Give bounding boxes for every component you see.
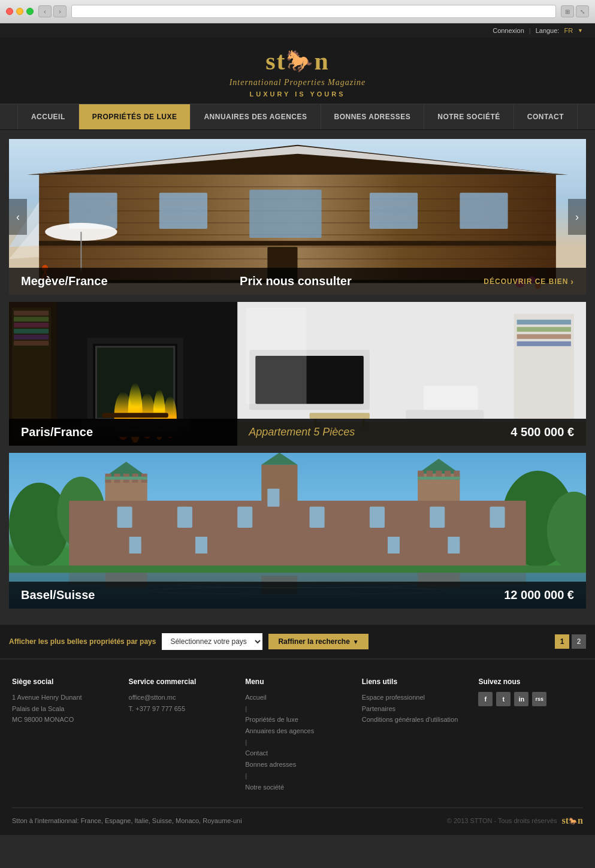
search-bar: Afficher les plus belles propriétés par … <box>0 625 595 658</box>
footer-link-annuaires[interactable]: Annuaires des agences <box>245 725 350 737</box>
footer-title-liens: Liens utils <box>362 678 467 686</box>
header: st🐎n International Properties Magazine L… <box>0 38 595 104</box>
svg-rect-36 <box>14 335 49 340</box>
paris-price: 4 500 000 € <box>511 425 574 439</box>
svg-rect-17 <box>460 193 508 229</box>
property-card-paris[interactable]: Paris/France Appartement 5 Pièces 4 500 … <box>9 302 586 446</box>
chalet-discover-btn[interactable]: DÉCOUVRIR CE BIEN › <box>484 277 574 286</box>
minimize-window-btn[interactable] <box>16 8 23 15</box>
svg-rect-64 <box>517 341 571 346</box>
property-card-basel[interactable]: Basel/Suisse 12 000 000 € <box>9 453 586 609</box>
nav-item-societe[interactable]: NOTRE SOCIÉTÉ <box>424 104 514 129</box>
footer-link-accueil[interactable]: Accueil <box>245 692 350 703</box>
footer-columns: Siège social 1 Avenue Henry DunantPalais… <box>12 678 583 793</box>
footer-divider <box>12 807 583 808</box>
svg-rect-89 <box>177 507 192 528</box>
footer-intl: Stton à l'internationnal: France, Espagn… <box>12 817 242 824</box>
browser-action-btn-1[interactable]: ⊞ <box>561 5 574 17</box>
chalet-location: Megève/France <box>21 274 108 288</box>
svg-rect-99 <box>448 537 460 554</box>
paris-type: Appartement 5 Pièces <box>249 426 355 438</box>
svg-rect-98 <box>388 537 400 554</box>
top-bar: Connexion | Langue: FR ▼ <box>0 23 595 38</box>
footer-intl-label: Stton à l'internationnal: <box>12 817 81 824</box>
footer-link-espace[interactable]: Espace professionnel <box>362 692 467 703</box>
svg-rect-33 <box>14 317 49 322</box>
chalet-price: Prix nous consulter <box>240 274 352 288</box>
pagination: 1 2 <box>555 634 586 649</box>
svg-rect-55 <box>310 413 370 419</box>
nav-item-proprietes[interactable]: PROPRIÉTÉS DE LUXE <box>79 104 191 129</box>
footer-logo: st🐎n <box>562 815 583 826</box>
footer-text-siege: 1 Avenue Henry DunantPalais de la ScalaM… <box>12 692 117 725</box>
langue-value[interactable]: FR <box>564 27 573 34</box>
forward-button[interactable]: › <box>53 5 67 17</box>
address-bar[interactable] <box>71 5 556 18</box>
copyright-text: © 2013 STTON - Tous droits réservés <box>447 817 557 824</box>
svg-rect-100 <box>105 477 147 480</box>
svg-rect-32 <box>14 311 49 316</box>
browser-action-btn-2[interactable]: ⤡ <box>576 5 589 17</box>
svg-rect-15 <box>249 190 321 238</box>
footer-col-social: Suivez nous f t in rss <box>478 678 583 793</box>
footer-col-service: Service commercial office@stton.mcT. +37… <box>129 678 234 793</box>
linkedin-icon[interactable]: in <box>514 692 528 706</box>
twitter-icon[interactable]: t <box>496 692 511 706</box>
svg-rect-19 <box>39 241 556 246</box>
logo-subtitle: LUXURY IS YOURS <box>0 90 595 98</box>
page-2-btn[interactable]: 2 <box>572 634 586 649</box>
search-label: Afficher les plus belles propriétés par … <box>9 637 156 646</box>
footer-title-siege: Siège social <box>12 678 117 686</box>
svg-rect-91 <box>310 507 325 528</box>
close-window-btn[interactable] <box>6 8 13 15</box>
svg-rect-37 <box>14 341 49 346</box>
prev-arrow[interactable]: ‹ <box>9 199 27 235</box>
property-card-chalet[interactable]: ‹ › Megève/France Prix nous consulter DÉ… <box>9 139 586 295</box>
basel-location: Basel/Suisse <box>21 588 95 602</box>
footer-text-service: office@stton.mcT. +377 97 777 655 <box>129 692 234 714</box>
next-arrow[interactable]: › <box>568 199 586 235</box>
browser-nav-buttons: ‹ › <box>38 5 67 17</box>
svg-rect-35 <box>14 329 49 334</box>
svg-rect-93 <box>430 507 445 528</box>
nav-item-contact[interactable]: CONTACT <box>514 104 578 129</box>
main-nav: ACCUEIL PROPRIÉTÉS DE LUXE ANNUAIRES DES… <box>0 104 595 130</box>
footer-copyright: © 2013 STTON - Tous droits réservés st🐎n <box>447 815 583 826</box>
connexion-link[interactable]: Connexion <box>493 27 524 34</box>
window-controls <box>6 8 34 15</box>
browser-chrome: ‹ › ⊞ ⤡ <box>0 0 595 23</box>
facebook-icon[interactable]: f <box>478 692 493 706</box>
refine-search-label: Raffiner la recherche <box>278 637 349 646</box>
footer-link-contact[interactable]: Contact <box>245 748 350 759</box>
paris-location: Paris/France <box>21 425 93 439</box>
nav-item-bonnes[interactable]: BONNES ADRESSES <box>321 104 425 129</box>
svg-rect-92 <box>370 507 385 528</box>
nav-inner: ACCUEIL PROPRIÉTÉS DE LUXE ANNUAIRES DES… <box>0 104 595 129</box>
footer-link-societe[interactable]: Notre société <box>245 782 350 793</box>
logo-text: st🐎n <box>265 47 330 75</box>
nav-item-accueil[interactable]: ACCUEIL <box>17 104 79 129</box>
svg-rect-96 <box>195 537 207 554</box>
svg-rect-94 <box>490 507 505 528</box>
footer-col-menu: Menu Accueil | Propriétés de luxe Annuai… <box>245 678 350 793</box>
country-select[interactable]: Sélectionnez votre pays France Suisse Mo… <box>162 633 262 650</box>
page-1-btn[interactable]: 1 <box>555 634 569 649</box>
footer-link-bonnes[interactable]: Bonnes adresses <box>245 759 350 770</box>
footer-menu-links: Accueil | Propriétés de luxe Annuaires d… <box>245 692 350 793</box>
logo-area: st🐎n <box>0 47 595 75</box>
footer-link-conditions[interactable]: Conditions générales d'utilisation <box>362 714 467 725</box>
langue-label: Langue: <box>536 27 560 34</box>
refine-search-button[interactable]: Raffiner la recherche ▼ <box>268 634 368 649</box>
back-button[interactable]: ‹ <box>38 5 52 17</box>
footer-link-partenaires[interactable]: Partenaires <box>362 703 467 715</box>
rss-icon[interactable]: rss <box>532 692 546 706</box>
footer-intl-countries: France, Espagne, Italie, Suisse, Monaco,… <box>81 817 242 824</box>
svg-rect-14 <box>159 193 207 229</box>
footer-link-proprietes[interactable]: Propriétés de luxe <box>245 714 350 725</box>
main-content: ‹ › Megève/France Prix nous consulter DÉ… <box>0 130 595 625</box>
langue-arrow[interactable]: ▼ <box>578 28 583 34</box>
maximize-window-btn[interactable] <box>26 8 34 15</box>
svg-rect-88 <box>117 507 132 528</box>
nav-item-annuaires[interactable]: ANNUAIRES DES AGENCES <box>191 104 321 129</box>
footer-title-service: Service commercial <box>129 678 234 686</box>
